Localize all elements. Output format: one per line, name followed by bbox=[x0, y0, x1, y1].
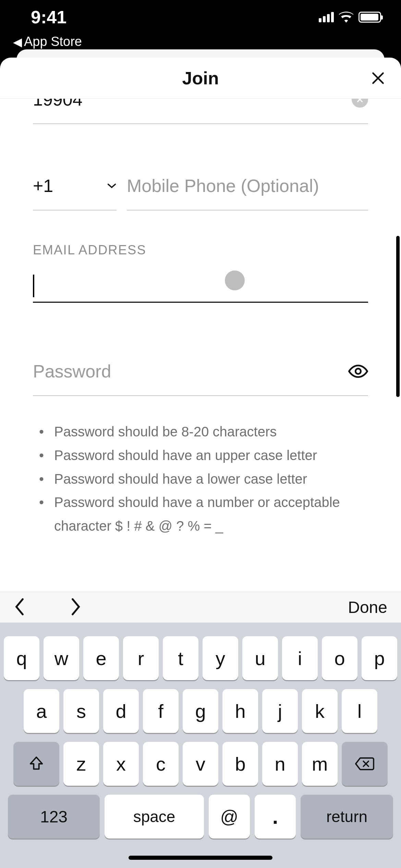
key-p[interactable]: p bbox=[362, 636, 397, 680]
chevron-down-icon bbox=[107, 183, 117, 189]
key-h[interactable]: h bbox=[222, 689, 258, 733]
key-n[interactable]: n bbox=[262, 742, 298, 786]
key-o[interactable]: o bbox=[322, 636, 357, 680]
phone-placeholder: Mobile Phone (Optional) bbox=[127, 176, 319, 196]
key-t[interactable]: t bbox=[163, 636, 198, 680]
rule-item: •Password should have a number or accept… bbox=[33, 491, 368, 534]
status-time: 9:41 bbox=[31, 7, 66, 27]
email-label: EMAIL ADDRESS bbox=[33, 243, 368, 257]
key-r[interactable]: r bbox=[123, 636, 159, 680]
sheet-header: Join bbox=[0, 58, 401, 99]
done-button[interactable]: Done bbox=[348, 598, 387, 617]
home-indicator[interactable] bbox=[129, 856, 272, 860]
key-w[interactable]: w bbox=[44, 636, 79, 680]
page-title: Join bbox=[182, 68, 219, 88]
key-u[interactable]: u bbox=[242, 636, 278, 680]
password-placeholder: Password bbox=[33, 361, 111, 382]
scrollbar[interactable] bbox=[396, 236, 400, 397]
rule-item: •Password should have an upper case lett… bbox=[33, 444, 368, 467]
key-z[interactable]: z bbox=[63, 742, 99, 786]
key-a[interactable]: a bbox=[24, 689, 59, 733]
key-d[interactable]: d bbox=[103, 689, 139, 733]
key-b[interactable]: b bbox=[222, 742, 258, 786]
prev-field-button[interactable] bbox=[14, 598, 25, 617]
x-icon bbox=[356, 99, 364, 103]
chevron-right-icon bbox=[70, 598, 82, 616]
key-c[interactable]: c bbox=[143, 742, 179, 786]
key-i[interactable]: i bbox=[282, 636, 318, 680]
close-icon bbox=[370, 71, 386, 86]
svg-point-0 bbox=[355, 369, 361, 374]
rule-item: •Password should have a lower case lette… bbox=[33, 467, 368, 491]
key-q[interactable]: q bbox=[4, 636, 39, 680]
close-button[interactable] bbox=[369, 69, 387, 87]
signup-form: 19904 +1 Mobile Phone (Optional) EMAIL A… bbox=[0, 99, 401, 534]
status-icons bbox=[319, 12, 381, 23]
key-s[interactable]: s bbox=[63, 689, 99, 733]
key-e[interactable]: e bbox=[83, 636, 119, 680]
email-field[interactable] bbox=[33, 270, 368, 303]
chevron-left-icon bbox=[14, 598, 25, 616]
key-m[interactable]: m bbox=[302, 742, 338, 786]
eye-icon[interactable] bbox=[348, 364, 368, 378]
rule-item: •Password should be 8-20 characters bbox=[33, 420, 368, 444]
key-y[interactable]: y bbox=[203, 636, 238, 680]
scroll-dot bbox=[225, 270, 245, 290]
back-chevron-icon: ◀ bbox=[13, 35, 22, 49]
key-j[interactable]: j bbox=[262, 689, 298, 733]
space-key[interactable]: space bbox=[105, 795, 204, 839]
password-field[interactable]: Password bbox=[33, 361, 368, 396]
password-rules: •Password should be 8-20 characters •Pas… bbox=[33, 420, 368, 534]
shift-key[interactable] bbox=[13, 742, 59, 786]
backspace-icon bbox=[355, 757, 374, 771]
zip-value: 19904 bbox=[33, 99, 83, 110]
shift-icon bbox=[28, 756, 44, 772]
key-g[interactable]: g bbox=[183, 689, 218, 733]
key-k[interactable]: k bbox=[302, 689, 338, 733]
key-x[interactable]: x bbox=[103, 742, 139, 786]
clear-button[interactable] bbox=[352, 99, 368, 108]
cellular-icon bbox=[319, 12, 334, 22]
dot-key[interactable]: . bbox=[255, 795, 296, 839]
keyboard: q w e r t y u i o p a s d f g h j k l bbox=[0, 623, 401, 868]
zip-field[interactable]: 19904 bbox=[33, 99, 368, 124]
key-v[interactable]: v bbox=[183, 742, 218, 786]
country-code-selector[interactable]: +1 bbox=[33, 176, 117, 210]
battery-icon bbox=[359, 12, 381, 23]
join-sheet: Join 19904 +1 Mobile Phone (Optional) bbox=[0, 58, 401, 868]
backspace-key[interactable] bbox=[342, 742, 388, 786]
at-key[interactable]: @ bbox=[209, 795, 250, 839]
return-key[interactable]: return bbox=[301, 795, 393, 839]
key-f[interactable]: f bbox=[143, 689, 179, 733]
back-app-label: App Store bbox=[24, 34, 82, 49]
text-cursor bbox=[33, 275, 34, 297]
key-l[interactable]: l bbox=[342, 689, 377, 733]
wifi-icon bbox=[339, 12, 354, 23]
keyboard-toolbar: Done bbox=[0, 592, 401, 623]
country-code-value: +1 bbox=[33, 176, 53, 196]
phone-input[interactable]: Mobile Phone (Optional) bbox=[127, 176, 368, 210]
status-bar: 9:41 bbox=[0, 0, 401, 34]
next-field-button[interactable] bbox=[70, 598, 82, 617]
numbers-key[interactable]: 123 bbox=[8, 795, 100, 839]
